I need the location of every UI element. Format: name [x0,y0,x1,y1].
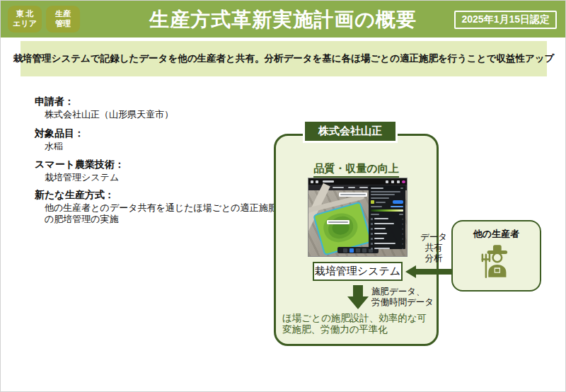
app-logo [323,180,334,183]
farmer-icon [478,243,516,279]
tool-button [356,248,360,253]
new-method-label: 新たな生産方式： [35,188,287,201]
help-icon [386,180,388,183]
user-icon [397,180,400,183]
applicant-section: 申請者： 株式会社山正（山形県天童市） [35,95,287,120]
down-arrow-icon [347,285,369,309]
data-share-label: データ 共有 分析 [411,232,456,263]
field-label [327,220,350,224]
crop-label: 対象品目： [35,127,287,139]
menu-icon [311,180,313,183]
summary-banner: 栽培管理システムで記録したデータを他の生産者と共有。分析データを基に各ほ場ごとの… [21,41,547,76]
cultivation-system-screenshot: › › › › › › › [308,178,407,256]
summary-text: 栽培管理システムで記録したデータを他の生産者と共有。分析データを基に各ほ場ごとの… [13,52,555,65]
other-producers-box: 他の生産者 [451,220,541,292]
header-bar: 東 北 エリア 生産 管理 生産方式革新実施計画の概要 2025年1月15日認定 [1,1,565,38]
new-method-section: 新たな生産方式： 他の生産者とのデータ共有を通じたほ場ごとの適正施肥等の肥培管理… [35,188,287,225]
applicant-value: 株式会社山正（山形県天童市） [45,109,287,120]
crop-value: 水稲 [45,141,287,152]
notification-icon [391,180,394,183]
legend-swatch [371,200,374,204]
map-label [339,192,367,197]
smart-tech-label: スマート農業技術： [35,158,287,171]
tool-button-active [350,248,354,253]
applicant-label: 申請者： [35,95,287,108]
company-name-label: 株式会社山正 [305,122,395,141]
other-producers-label: 他の生産者 [453,228,540,241]
ndvi-gradient-bar [371,209,403,212]
outcome-text: ほ場ごとの施肥設計、効率的な可変施肥、労働力の平準化 [282,313,432,336]
account-avatar-icon [402,180,405,184]
fertilizer-data-label: 施肥データ、 労働時間データ [371,287,434,308]
slide: 東 北 エリア 生産 管理 生産方式革新実施計画の概要 2025年1月15日認定… [0,0,566,392]
smart-tech-section: スマート農業技術： 栽培管理システム [35,158,287,183]
crop-section: 対象品目： 水稲 [35,127,287,152]
layers-icon [316,180,318,183]
field-detail-panel: › › › › › › › [369,185,405,249]
new-method-value: 他の生産者とのデータ共有を通じたほ場ごとの適正施肥等の肥培管理の実施 [45,202,287,225]
tool-button [362,248,366,253]
tool-button [343,248,347,253]
smart-tech-value: 栽培管理システム [45,172,287,183]
cultivation-system-label: 栽培管理システム [313,262,403,281]
certification-date-badge: 2025年1月15日認定 [454,11,557,29]
quality-improvement-title: 品質・収量の向上 [274,162,439,178]
panel-blue-button [393,200,403,204]
